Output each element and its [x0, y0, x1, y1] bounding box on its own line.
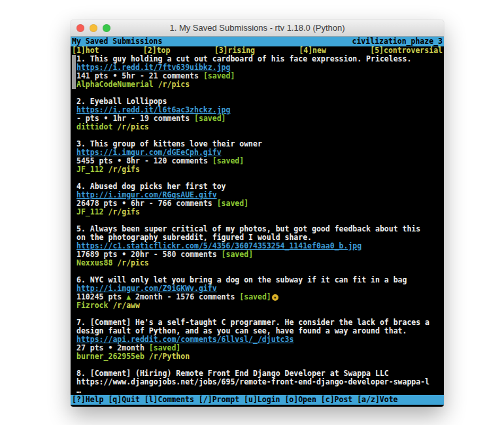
submission-title: design fault of Python, and as you can s…: [76, 327, 443, 335]
bullet-separator: •: [112, 72, 117, 80]
submission-title: 1. This guy holding a cut out cardboard …: [76, 55, 443, 63]
desktop: 1. My Saved Submissions - rtv 1.18.0 (Py…: [0, 0, 504, 425]
submission-byline: Nexxus88 /r/pics: [76, 259, 443, 267]
submission-title: 6. NYC will only let you bring a dog on …: [76, 276, 443, 284]
submission-byline: Fizrock /r/aww: [76, 301, 443, 310]
submission-stats: 141 pts • 5hr - 21 comments [saved]: [76, 72, 443, 80]
bullet-separator: •: [117, 157, 122, 165]
submission-byline: dittidot /r/pics: [76, 123, 443, 131]
saved-badge: [saved]: [217, 199, 248, 208]
submission-link[interactable]: https://i.imgur.com/dGEeCph.gifv: [76, 148, 222, 157]
submission-link[interactable]: https://i.redd.it/l6t6ac3zhckz.jpg: [76, 106, 230, 114]
submission-body-text: …: [76, 386, 443, 395]
submission-link[interactable]: https://api.reddit.com/comments/6llvsl/_…: [76, 335, 294, 344]
tab-top[interactable]: [2]top: [143, 46, 171, 55]
status-header: My Saved Submissions civilization_phaze_…: [71, 37, 444, 46]
submission-stats: 26478 pts • 6hr - 766 comments [saved]: [76, 199, 443, 208]
tab-controversial[interactable]: [5]controversial: [370, 46, 443, 55]
score-label: 141 pts: [76, 72, 108, 80]
tab-hot[interactable]: [1]hot: [72, 46, 99, 55]
subreddit-link[interactable]: /r/gifs: [108, 208, 139, 216]
submission-author[interactable]: JF_112: [76, 165, 104, 174]
submission-title: 5. Always been super critical of my phot…: [76, 225, 443, 233]
submission-title: 8. [Comment] (Hiring) Remote Front End D…: [76, 369, 443, 378]
submission-body-text: https://www.djangojobs.net/jobs/695/remo…: [76, 378, 443, 386]
submission-item[interactable]: 5. Always been super critical of my phot…: [76, 225, 443, 267]
submission-title: 7. [Comment] He's a self-taught C progra…: [76, 318, 443, 327]
submission-item[interactable]: 3. This group of kittens love their owne…: [76, 140, 443, 174]
submission-link[interactable]: https://i.redd.it/7ftv639uibkz.jpg: [76, 63, 230, 72]
page-title: My Saved Submissions: [72, 37, 162, 46]
saved-badge: [saved]: [212, 157, 244, 165]
submission-title: 3. This group of kittens love their owne…: [76, 140, 443, 148]
zoom-button[interactable]: [103, 24, 110, 32]
submission-link[interactable]: http://i.imgur.com/Z9iGKWv.gifv: [76, 284, 217, 293]
saved-badge: [saved]: [203, 72, 235, 80]
window-titlebar: 1. My Saved Submissions - rtv 1.18.0 (Py…: [71, 20, 444, 37]
submission-link[interactable]: http://i.imgur.com/RGqsAUE.gifv: [76, 191, 217, 199]
subreddit-link[interactable]: /r/aww: [112, 301, 140, 310]
submission-stats: - pts • 1hr - 19 comments [saved]: [76, 114, 443, 123]
tab-new[interactable]: [4]new: [299, 46, 326, 55]
submission-title: 4. Abused dog picks her first toy: [76, 182, 443, 191]
submission-item[interactable]: 2. Eyeball Lollipopshttps://i.redd.it/l6…: [76, 97, 443, 131]
submission-list: 1. This guy holding a cut out cardboard …: [71, 55, 444, 395]
submission-title: on the photography subreddit, figured I …: [76, 233, 443, 242]
submission-title: 2. Eyeball Lollipops: [76, 97, 443, 106]
window-title: 1. My Saved Submissions - rtv 1.18.0 (Py…: [169, 23, 344, 33]
score-label: 26478 pts: [76, 199, 117, 208]
submission-byline: JF_112 /r/gifs: [76, 165, 443, 174]
minimize-button[interactable]: [90, 24, 97, 32]
saved-badge: [saved]: [239, 293, 271, 301]
bullet-separator: •: [104, 114, 109, 123]
score-label: 110245 pts: [76, 293, 122, 301]
submission-item[interactable]: 1. This guy holding a cut out cardboard …: [76, 55, 443, 89]
subreddit-link[interactable]: /r/gifs: [108, 165, 139, 174]
submission-stats: 17689 pts • 20hr - 580 comments [saved]: [76, 250, 443, 259]
terminal: My Saved Submissions civilization_phaze_…: [71, 37, 444, 407]
submission-author[interactable]: Nexxus88: [76, 259, 112, 267]
username: civilization_phaze_3: [352, 37, 443, 46]
help-bar: [?]Help [q]Quit [l]Comments [/]Prompt [u…: [71, 395, 444, 405]
submission-item[interactable]: 6. NYC will only let you bring a dog on …: [76, 276, 443, 310]
bullet-separator: •: [122, 199, 126, 208]
app-window: 1. My Saved Submissions - rtv 1.18.0 (Py…: [71, 20, 444, 407]
submission-byline: AlphaCodeNumerial /r/pics: [76, 80, 443, 89]
submission-link[interactable]: https://c1.staticflickr.com/5/4356/36074…: [76, 242, 361, 250]
submission-author[interactable]: JF_112: [76, 208, 104, 216]
submission-stats: 110245 pts ▲ 2month - 1576 comments [sav…: [76, 293, 443, 301]
submission-item[interactable]: 4. Abused dog picks her first toyhttp://…: [76, 182, 443, 216]
submission-byline: JF_112 /r/gifs: [76, 208, 443, 216]
traffic-lights: [76, 20, 110, 36]
bullet-separator: •: [122, 250, 126, 259]
bullet-separator: •: [108, 344, 112, 352]
saved-badge: [saved]: [194, 114, 226, 123]
submission-author[interactable]: dittidot: [76, 123, 112, 131]
tab-rising[interactable]: [3]rising: [214, 46, 255, 55]
subreddit-link[interactable]: /r/pics: [117, 259, 148, 267]
submission-stats: 27 pts • 2month [saved]: [76, 344, 443, 352]
score-label: 27 pts: [76, 344, 104, 352]
score-label: 17689 pts: [76, 250, 117, 259]
saved-badge: [saved]: [149, 344, 180, 352]
subreddit-link[interactable]: /r/pics: [158, 80, 190, 89]
submission-byline: burner_262955eb /r/Python: [76, 352, 443, 361]
submission-author[interactable]: AlphaCodeNumerial: [76, 80, 154, 89]
submission-item[interactable]: 8. [Comment] (Hiring) Remote Front End D…: [76, 369, 443, 395]
score-label: - pts: [76, 114, 99, 123]
upvote-arrow-icon: ▲: [126, 293, 131, 301]
score-label: 5455 pts: [76, 157, 112, 165]
submission-stats: 5455 pts • 8hr - 120 comments [saved]: [76, 157, 443, 165]
close-button[interactable]: [76, 24, 84, 32]
submission-item[interactable]: 7. [Comment] He's a self-taught C progra…: [76, 318, 443, 361]
gilded-icon: ★: [272, 294, 278, 301]
submission-author[interactable]: Fizrock: [76, 301, 108, 310]
subreddit-link[interactable]: /r/Python: [149, 352, 190, 361]
saved-badge: [saved]: [222, 250, 253, 259]
submission-author[interactable]: burner_262955eb: [76, 352, 144, 361]
subreddit-link[interactable]: /r/pics: [117, 123, 148, 131]
sort-tabs: [1]hot [2]top [3]rising [4]new [5]contro…: [71, 46, 444, 55]
